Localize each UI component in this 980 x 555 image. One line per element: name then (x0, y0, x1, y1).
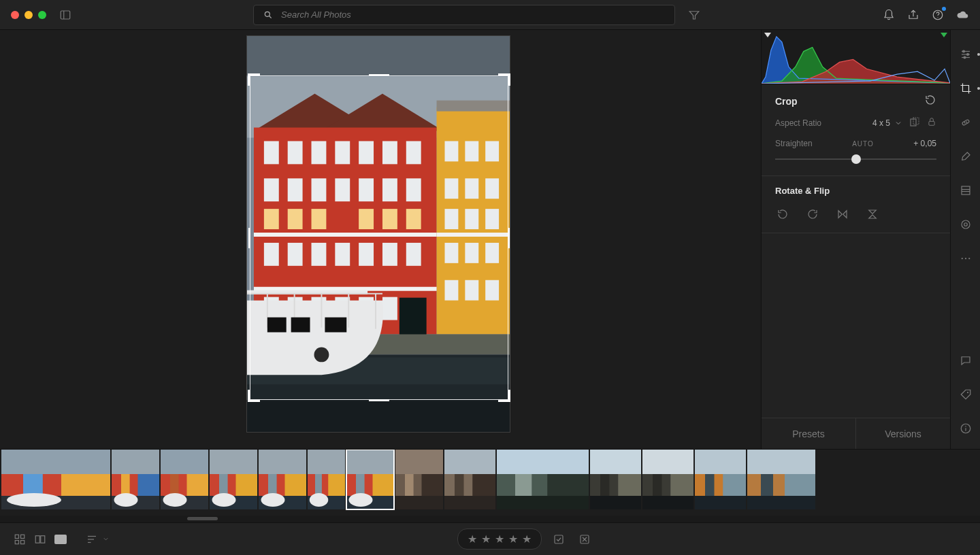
svg-point-79 (314, 347, 329, 362)
thumbnails-row[interactable] (0, 450, 980, 516)
svg-point-93 (964, 56, 966, 58)
svg-rect-41 (359, 243, 374, 266)
photo[interactable] (246, 35, 510, 433)
canvas[interactable] (0, 30, 761, 449)
sidebar-toggle-icon[interactable] (57, 7, 74, 23)
thumbnail-0[interactable] (1, 450, 110, 509)
thumbnail-2[interactable] (161, 450, 208, 509)
flip-vertical-icon[interactable] (865, 207, 880, 222)
crop-section: Crop Aspect Ratio 4 x 5 (762, 84, 950, 176)
thumbnail-9[interactable] (497, 450, 589, 509)
straighten-label: Straighten (775, 139, 813, 148)
star-3-icon[interactable]: ★ (495, 533, 504, 545)
straighten-auto-button[interactable]: AUTO (852, 140, 874, 148)
panel-footer-tabs: Presets Versions (762, 418, 950, 449)
info-icon[interactable] (958, 420, 974, 437)
histogram-clip-left-icon[interactable] (764, 33, 771, 37)
svg-marker-87 (869, 215, 877, 218)
compare-view-icon[interactable] (33, 533, 48, 545)
thumbnail-5[interactable] (308, 450, 345, 509)
svg-rect-16 (437, 233, 510, 237)
histogram-clip-right-icon[interactable] (941, 33, 947, 37)
healing-tool-icon[interactable] (958, 114, 974, 131)
scrollbar-handle[interactable] (187, 517, 218, 520)
lock-aspect-icon[interactable] (927, 117, 936, 129)
star-4-icon[interactable]: ★ (508, 533, 518, 545)
svg-point-144 (310, 493, 329, 507)
thumbnail-3[interactable] (210, 450, 257, 509)
thumbnail-13[interactable] (747, 450, 815, 509)
reset-crop-icon[interactable] (924, 94, 936, 108)
star-5-icon[interactable]: ★ (522, 533, 532, 545)
edit-sliders-icon[interactable] (958, 46, 974, 63)
close-window-icon[interactable] (11, 11, 19, 19)
search-box[interactable] (253, 5, 675, 25)
star-1-icon[interactable]: ★ (468, 533, 477, 545)
notifications-icon[interactable] (882, 8, 896, 22)
svg-rect-165 (497, 496, 589, 509)
svg-rect-191 (41, 535, 45, 543)
thumbnail-6[interactable] (346, 450, 394, 509)
linear-gradient-icon[interactable] (958, 182, 974, 199)
svg-rect-169 (600, 474, 610, 497)
svg-rect-42 (382, 243, 397, 266)
flip-horizontal-icon[interactable] (835, 207, 850, 222)
bottom-bar: ★ ★ ★ ★ ★ (0, 522, 980, 555)
orientation-toggle-icon[interactable] (909, 116, 920, 129)
maximize-window-icon[interactable] (38, 11, 46, 19)
radial-gradient-icon[interactable] (958, 216, 974, 233)
keywords-icon[interactable] (958, 386, 974, 403)
thumbnail-12[interactable] (695, 450, 746, 509)
thumbnail-1[interactable] (112, 450, 159, 509)
histogram[interactable] (762, 30, 950, 84)
svg-rect-26 (312, 178, 327, 201)
svg-rect-94 (962, 119, 969, 125)
filmstrip-scrollbar[interactable] (0, 516, 980, 522)
rating-stars[interactable]: ★ ★ ★ ★ ★ (457, 528, 542, 550)
comments-icon[interactable] (958, 352, 974, 369)
presets-tab[interactable]: Presets (762, 418, 856, 449)
flag-reject-icon[interactable] (576, 532, 593, 547)
flag-pick-icon[interactable] (550, 532, 568, 547)
svg-rect-184 (761, 474, 773, 497)
help-icon[interactable] (931, 8, 945, 22)
aspect-ratio-dropdown[interactable]: 4 x 5 (872, 118, 902, 128)
crop-tool-icon[interactable] (958, 80, 974, 97)
grid-view-icon[interactable] (12, 533, 27, 545)
svg-line-95 (964, 122, 965, 124)
sort-dropdown[interactable] (86, 533, 110, 545)
filter-icon[interactable] (686, 7, 702, 23)
svg-point-2 (265, 12, 270, 16)
svg-rect-40 (335, 243, 350, 266)
thumbnail-10[interactable] (590, 450, 641, 509)
thumbnail-11[interactable] (642, 450, 693, 509)
svg-rect-117 (138, 474, 160, 497)
thumbnail-4[interactable] (259, 450, 306, 509)
thumbnail-8[interactable] (444, 450, 495, 509)
single-view-icon[interactable] (53, 533, 68, 545)
svg-point-138 (261, 493, 285, 507)
svg-rect-158 (472, 474, 495, 497)
share-icon[interactable] (906, 8, 920, 22)
star-2-icon[interactable]: ★ (481, 533, 491, 545)
rotate-ccw-icon[interactable] (775, 207, 790, 222)
svg-point-108 (965, 426, 966, 427)
brush-tool-icon[interactable] (958, 148, 974, 165)
thumbnail-7[interactable] (395, 450, 443, 509)
more-tools-icon[interactable] (958, 250, 974, 267)
svg-rect-151 (395, 450, 443, 477)
straighten-slider[interactable] (775, 152, 936, 166)
cloud-sync-icon[interactable] (956, 8, 969, 22)
chevron-down-icon (102, 535, 110, 543)
rotate-cw-icon[interactable] (805, 207, 820, 222)
photo-svg (247, 36, 510, 432)
slider-knob[interactable] (851, 154, 861, 164)
search-input[interactable] (280, 9, 665, 20)
svg-rect-37 (264, 243, 279, 266)
svg-point-6 (937, 17, 938, 18)
svg-rect-160 (444, 496, 495, 509)
versions-tab[interactable]: Versions (856, 418, 950, 449)
svg-rect-186 (15, 535, 18, 538)
svg-rect-60 (465, 243, 478, 263)
minimize-window-icon[interactable] (24, 11, 33, 19)
